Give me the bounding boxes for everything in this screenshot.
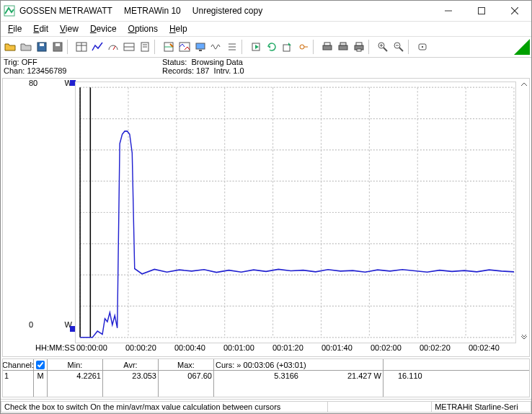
close-button[interactable] <box>498 1 531 21</box>
menu-help[interactable]: Help <box>164 22 193 35</box>
records-value: 187 <box>196 66 209 75</box>
menu-device[interactable]: Device <box>84 22 123 35</box>
menu-file[interactable]: File <box>2 22 27 35</box>
info-bar: Trig: OFF Chan: 123456789 Status: Browsi… <box>1 58 531 78</box>
data-table: Channel: Min: Avr: Max: Curs: » 00:03:06… <box>2 358 530 397</box>
y-axis-min: 0 <box>29 320 33 329</box>
x-tick-label: 00:01:20 <box>272 343 303 352</box>
menu-options[interactable]: Options <box>123 22 164 35</box>
menu-view[interactable]: View <box>54 22 84 35</box>
svg-rect-22 <box>199 50 202 51</box>
gauge-icon[interactable] <box>105 39 121 55</box>
zoom-out-icon[interactable] <box>391 39 407 55</box>
row-min: 4.2261 <box>48 371 103 397</box>
info-icon[interactable] <box>414 39 430 55</box>
col-channel: Channel: <box>3 359 34 370</box>
svg-line-12 <box>113 46 115 50</box>
title-brand: GOSSEN METRAWATT <box>19 6 112 16</box>
svg-rect-32 <box>323 45 332 50</box>
svg-line-44 <box>399 48 403 51</box>
scroll-up-icon[interactable] <box>521 82 527 87</box>
toolbar-separator <box>313 40 318 54</box>
svg-rect-21 <box>196 43 205 49</box>
app-icon <box>4 5 15 17</box>
save-alt-icon[interactable] <box>50 39 66 55</box>
x-tick-label: 00:01:40 <box>322 343 353 352</box>
x-tick-label: 00:01:00 <box>223 343 254 352</box>
table-icon[interactable] <box>74 39 89 55</box>
toolbar-separator <box>408 40 413 54</box>
svg-rect-29 <box>283 45 290 51</box>
dual-chart-icon[interactable] <box>177 39 192 55</box>
chan-value: 123456789 <box>27 66 66 75</box>
title-note: Unregistered copy <box>192 6 262 16</box>
wave-icon[interactable] <box>208 39 224 55</box>
status-label: Status: <box>162 58 187 66</box>
calc-checkbox[interactable] <box>36 361 45 369</box>
deg-icon[interactable] <box>296 39 311 55</box>
row-mode: M <box>37 371 43 380</box>
intrv-label: Intrv. <box>214 66 231 75</box>
maximize-button[interactable] <box>465 1 498 21</box>
svg-rect-37 <box>356 43 362 45</box>
toolbar-separator <box>368 40 373 54</box>
x-tick-label: 00:00:40 <box>174 343 205 352</box>
app-window: GOSSEN METRAWATT METRAWin 10 Unregistere… <box>0 0 532 414</box>
panel-icon[interactable] <box>121 39 137 55</box>
col-avr: Avr: <box>103 359 159 370</box>
x-tick-label: 00:02:40 <box>469 343 500 352</box>
svg-rect-35 <box>340 43 346 45</box>
row-avr: 23.053 <box>103 371 159 397</box>
x-axis-ticks: 00:00:0000:00:2000:00:4000:01:0000:01:20… <box>78 343 519 356</box>
status-hint: Check the box to switch On the min/avr/m… <box>1 401 328 413</box>
zoom-in-icon[interactable] <box>375 39 391 55</box>
printer2-icon[interactable] <box>335 39 351 55</box>
records-label: Records: <box>162 66 194 75</box>
monitor-icon[interactable] <box>192 39 208 55</box>
status-device: METRAHit Starline-Seri <box>432 401 531 413</box>
open-gray-icon[interactable] <box>18 39 34 55</box>
svg-point-30 <box>300 45 304 49</box>
v-scroll-indicator[interactable] <box>519 79 529 343</box>
playlist-icon[interactable] <box>248 39 264 55</box>
trig-label: Trig: <box>4 58 19 66</box>
row-c2: 21.427 W <box>298 371 381 380</box>
x-tick-label: 00:00:20 <box>125 343 156 352</box>
chart-icon[interactable] <box>89 39 105 55</box>
refresh-icon[interactable] <box>264 39 280 55</box>
menu-edit[interactable]: Edit <box>27 22 54 35</box>
svg-rect-2 <box>479 8 485 14</box>
col-spacer <box>384 359 529 370</box>
col-curs: Curs: » 00:03:06 (+03:01) <box>214 359 384 370</box>
col-min: Min: <box>48 359 103 370</box>
row-idx: 1 <box>4 371 9 380</box>
accent-indicator-icon <box>514 39 530 55</box>
minimize-button[interactable] <box>432 1 465 21</box>
status-mid <box>328 401 432 413</box>
y-axis: 80 W 0 W <box>3 79 75 343</box>
notes-icon[interactable] <box>137 39 153 55</box>
scroll-down-icon[interactable] <box>521 335 527 340</box>
y-axis-max: 80 <box>29 79 37 87</box>
x-tick-label: 00:02:20 <box>420 343 451 352</box>
svg-rect-6 <box>40 43 44 46</box>
toolbar <box>1 37 531 58</box>
printer3-icon[interactable] <box>351 39 367 55</box>
save-icon[interactable] <box>34 39 50 55</box>
export-icon[interactable] <box>280 39 296 55</box>
chart-area[interactable] <box>75 82 516 343</box>
x-tick-label: 00:02:00 <box>371 343 402 352</box>
status-bar: Check the box to switch On the min/avr/m… <box>1 399 531 413</box>
svg-marker-27 <box>255 45 259 49</box>
col-max: Max: <box>159 359 214 370</box>
svg-rect-34 <box>339 45 347 50</box>
list-icon[interactable] <box>224 39 240 55</box>
printer1-icon[interactable] <box>319 39 335 55</box>
grid-pen-icon[interactable] <box>161 39 177 55</box>
open-file-icon[interactable] <box>2 39 18 55</box>
svg-rect-38 <box>357 49 361 51</box>
title-app: METRAWin 10 <box>124 6 181 16</box>
trig-value: OFF <box>22 58 37 66</box>
row-c1: 5.3166 <box>216 371 298 380</box>
toolbar-separator <box>154 40 159 54</box>
